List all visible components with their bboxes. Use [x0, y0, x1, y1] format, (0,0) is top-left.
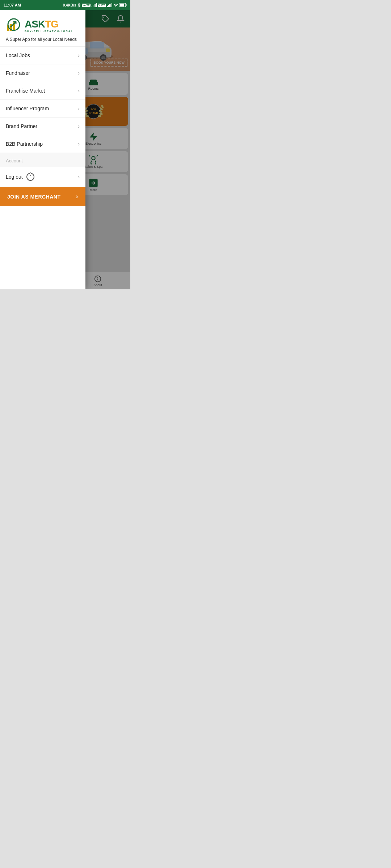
svg-rect-0 — [92, 6, 92, 7]
power-icon — [26, 173, 34, 181]
chevron-right-icon: › — [78, 174, 80, 180]
network-speed: 0.4KB/s — [63, 3, 76, 7]
logo-subtitle: BUY·SELL·SEARCH·LOCAL — [25, 30, 73, 33]
time: 11:07 AM — [4, 3, 21, 7]
chevron-right-icon: › — [78, 70, 80, 76]
volte-badge-2: VolTE — [98, 4, 106, 7]
status-bar-left: 11:07 AM — [4, 3, 21, 7]
app-tagline: A Super App for all your Local Needs — [6, 37, 80, 42]
signal-icon-1 — [92, 3, 97, 7]
battery-icon — [119, 3, 127, 7]
chevron-right-icon: › — [78, 52, 80, 58]
status-bar-right: 0.4KB/s VolTE VolTE — [63, 3, 127, 8]
volte-badge: VolTE — [82, 4, 90, 7]
svg-rect-6 — [108, 5, 109, 7]
chevron-right-icon: › — [76, 193, 79, 200]
logo-icon — [6, 17, 22, 33]
menu-item-influencer-program[interactable]: Influencer Program › — [0, 100, 85, 118]
logo-text-container: ASKTG BUY·SELL·SEARCH·LOCAL — [25, 18, 73, 33]
logout-item[interactable]: Log out › — [0, 167, 85, 187]
drawer-menu: Local Jobs › Fundraiser › Franchise Mark… — [0, 47, 85, 289]
svg-rect-1 — [93, 5, 93, 7]
account-section-header: Account — [0, 153, 85, 167]
menu-item-fundraiser[interactable]: Fundraiser › — [0, 64, 85, 82]
svg-rect-4 — [96, 3, 97, 7]
logout-left: Log out — [6, 173, 34, 181]
wifi-icon — [113, 3, 118, 7]
svg-rect-12 — [120, 4, 124, 7]
svg-rect-11 — [126, 4, 127, 6]
status-bar: 11:07 AM 0.4KB/s VolTE VolTE — [0, 0, 130, 10]
chevron-right-icon: › — [78, 106, 80, 111]
menu-item-brand-partner[interactable]: Brand Partner › — [0, 118, 85, 135]
signal-icon-2 — [107, 3, 112, 7]
join-merchant-button[interactable]: JOIN AS MERCHANT › — [0, 187, 85, 206]
menu-item-local-jobs[interactable]: Local Jobs › — [0, 47, 85, 64]
svg-rect-8 — [110, 4, 111, 7]
menu-item-b2b-partnership[interactable]: B2B Partnership › — [0, 135, 85, 153]
logo-container: ASKTG BUY·SELL·SEARCH·LOCAL — [6, 17, 80, 33]
logo-name: ASKTG — [25, 18, 73, 30]
drawer-header: ASKTG BUY·SELL·SEARCH·LOCAL A Super App … — [0, 10, 85, 47]
svg-rect-3 — [95, 4, 96, 7]
svg-rect-9 — [112, 3, 112, 7]
chevron-right-icon: › — [78, 141, 80, 147]
bluetooth-icon — [77, 3, 81, 8]
menu-item-franchise-market[interactable]: Franchise Market › — [0, 82, 85, 100]
navigation-drawer: ASKTG BUY·SELL·SEARCH·LOCAL A Super App … — [0, 10, 85, 289]
svg-rect-5 — [107, 6, 108, 7]
chevron-right-icon: › — [78, 123, 80, 129]
svg-rect-7 — [109, 4, 110, 7]
chevron-right-icon: › — [78, 88, 80, 94]
svg-rect-2 — [94, 4, 94, 7]
